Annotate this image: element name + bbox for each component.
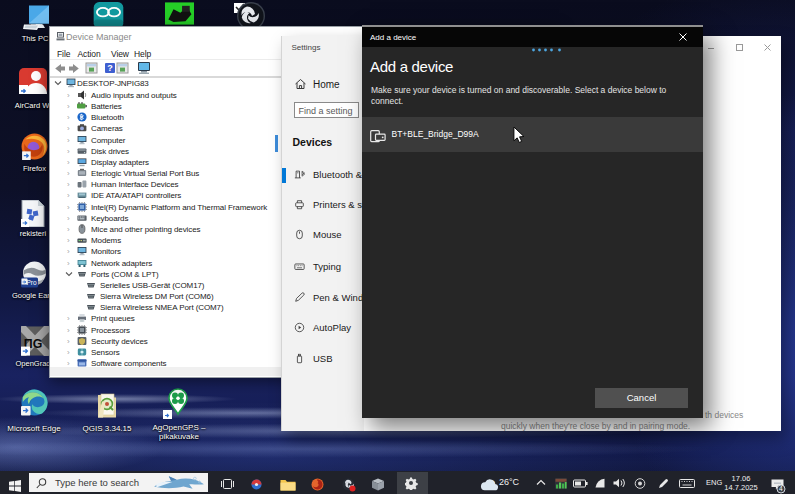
svg-text:Pro: Pro <box>27 279 38 286</box>
svg-text:?: ? <box>107 63 113 73</box>
svg-text:4: 4 <box>779 485 783 492</box>
